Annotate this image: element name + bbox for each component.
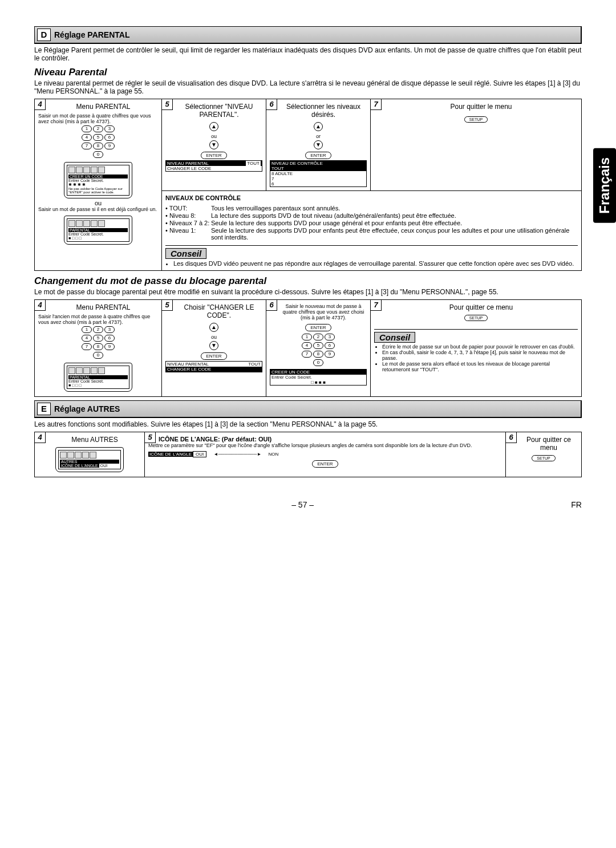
tv-mock: CREER UN CODE Entrer Code Secret. ✱ ✱ ✱ … (64, 162, 132, 198)
change-steps: 4 Menu PARENTAL Saisir l'ancien mot de p… (34, 299, 582, 397)
levels-table: • TOUT:Tous les verrouillages parentaux … (165, 205, 578, 241)
step-number: 6 (505, 432, 517, 443)
niveau-steps: 4 Menu PARENTAL Saisir un mot de passe à… (34, 99, 582, 271)
step5-title: Sélectionner "NIVEAU PARENTAL". (176, 103, 262, 119)
estep6-title: Pour quitter ce menu (520, 436, 578, 452)
setup-button: SETUP (532, 455, 555, 461)
section-d-desc: Le Réglage Parent permet de contrôler le… (34, 46, 582, 62)
keypad: 123 456 789 0 (38, 124, 158, 159)
cstep4-desc: Saisir l'ancien mot de passe à quatre ch… (38, 314, 158, 325)
step-number: 6 (266, 299, 277, 311)
section-e-header: E Réglage AUTRES (34, 400, 582, 418)
section-d-title: Réglage PARENTAL (54, 30, 130, 39)
down-arrow-icon: ▼ (314, 140, 323, 149)
step-number: 5 (161, 99, 173, 110)
autres-steps: 4 Menu AUTRES AUTRES ICÔNE DE L'ANGLE OU… (34, 432, 582, 477)
section-e-letter: E (37, 403, 51, 415)
setup-button: SETUP (464, 116, 488, 123)
step6-title: Sélectionner les niveaux désirés. (280, 103, 367, 119)
conseil2-list: Écrire le mot de passe sur un bout de pa… (382, 344, 578, 372)
enter-button: ENTER (201, 152, 226, 159)
up-arrow-icon: ▲ (314, 122, 323, 131)
step7-title: Pour quitter le menu (384, 103, 578, 111)
level-list: NIVEAU DE CONTRÔLE TOUT 8 ADULTE 7 6 (270, 160, 367, 187)
cstep4-title: Menu PARENTAL (48, 303, 158, 311)
language-tab: Français (593, 148, 616, 223)
section-e-title: Réglage AUTRES (54, 404, 120, 413)
section-d-header: D Réglage PARENTAL (34, 26, 582, 44)
step-number: 4 (34, 432, 46, 443)
page-number: – 57 – (291, 500, 314, 509)
niveau-title: Niveau Parental (34, 67, 582, 78)
menu-list: NIVEAU PARENTAL TOUT CHANGER LE CODE (165, 160, 262, 172)
niveau-desc: Le niveau parental permet de régler le s… (34, 79, 582, 95)
step4-title: Menu PARENTAL (48, 103, 158, 111)
cstep7-title: Pour quitter ce menu (384, 303, 578, 311)
conseil2-title: Conseil (374, 332, 415, 343)
step4-desc: Saisir un mot de passe à quatre chiffres… (38, 113, 158, 124)
down-arrow-icon: ▼ (209, 140, 218, 149)
step-number: 5 (144, 432, 156, 443)
setup-button: SETUP (464, 315, 488, 321)
cstep6-title: Saisir le nouveau mot de passe à quatre … (280, 303, 367, 320)
step-number: 6 (266, 99, 277, 110)
step-number: 7 (370, 299, 382, 311)
change-desc: Le mot de passe du blocage parental peut… (34, 288, 582, 296)
step-number: 5 (161, 299, 173, 311)
section-e-desc: Les autres fonctions sont modifiables. S… (34, 420, 582, 428)
step-number: 7 (370, 99, 382, 110)
tv-mock-2: PARENTAL Entrer Code Secret. ■ □ □ □ (64, 216, 132, 245)
section-d-letter: D (37, 29, 51, 41)
up-arrow-icon: ▲ (209, 122, 218, 131)
step4-ou: ou (38, 200, 158, 206)
step-number: 4 (34, 99, 46, 110)
estep5-desc: Mettre ce paramètre sur "EF" pour que l'… (148, 443, 502, 448)
estep4-title: Menu AUTRES (48, 436, 141, 444)
change-title: Changement du mot de passe du blocage pa… (34, 275, 582, 287)
conseil-list: Les disques DVD vidéo peuvent ne pas rép… (173, 260, 578, 267)
cstep5-title: Choisir "CHANGER LE CODE". (176, 303, 262, 319)
estep5-title: ICÔNE DE L'ANGLE: (Par défaut: OUI) (159, 436, 502, 443)
page-lang: FR (571, 500, 582, 509)
step4-alt-desc: Saisir un mot de passe si il en est déjà… (38, 206, 158, 212)
levels-title: NIVEAUX DE CONTRÔLE (165, 194, 578, 201)
conseil-title: Conseil (165, 248, 206, 259)
step-number: 4 (34, 299, 46, 311)
enter-button: ENTER (305, 152, 331, 159)
